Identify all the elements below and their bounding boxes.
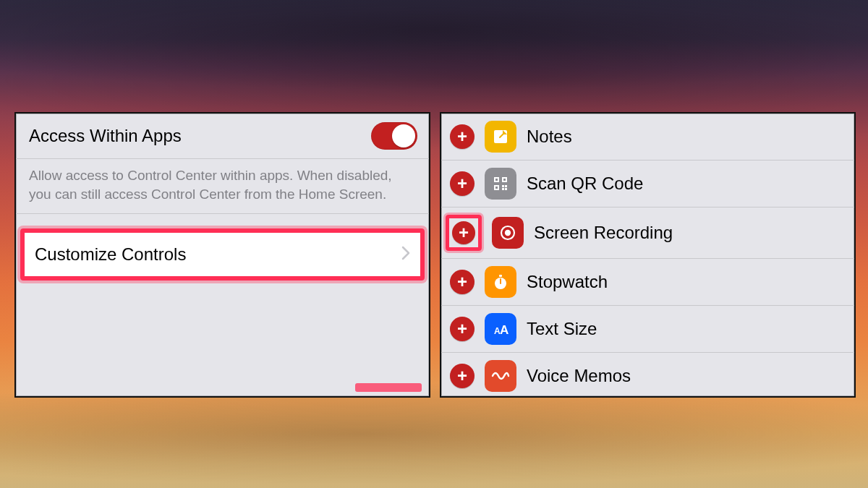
access-within-apps-row: Access Within Apps [16,114,429,159]
svg-rect-14 [499,275,502,277]
svg-rect-8 [505,185,507,187]
add-button[interactable] [450,171,475,196]
list-item-voice-memos[interactable]: Voice Memos [441,353,854,398]
add-button[interactable] [450,364,475,388]
list-item-scan-qr[interactable]: Scan QR Code [441,160,854,207]
customize-controls-label: Customize Controls [35,244,401,265]
chevron-right-icon [401,246,410,263]
stopwatch-icon [485,266,516,298]
access-within-apps-label: Access Within Apps [29,126,371,146]
add-button[interactable] [450,270,475,294]
svg-point-12 [505,230,511,236]
more-controls-list: Notes Scan QR Code [441,114,854,398]
list-item-screen-recording[interactable]: Screen Recording [441,207,854,259]
textsize-icon: AA [485,313,516,345]
svg-rect-7 [502,185,504,187]
settings-control-center-panel: Access Within Apps Allow access to Contr… [14,112,430,398]
add-button[interactable] [450,124,475,149]
svg-rect-4 [503,179,506,181]
access-within-apps-description: Allow access to Control Center within ap… [16,159,429,214]
list-item-text-size[interactable]: AA Text Size [441,306,854,353]
svg-rect-10 [505,188,507,190]
svg-rect-6 [495,187,498,189]
notes-icon [485,121,516,153]
highlight-artifact [355,383,422,392]
access-within-apps-toggle[interactable] [371,122,417,150]
svg-text:A: A [500,323,509,337]
list-item-notes[interactable]: Notes [441,114,854,160]
record-icon [492,217,524,249]
customize-controls-list-panel: Notes Scan QR Code [440,112,856,398]
highlight-add-screen-recording [446,215,482,251]
add-button[interactable] [452,221,475,244]
svg-rect-2 [495,179,498,181]
list-item-label: Voice Memos [527,366,631,386]
toggle-knob [392,124,415,147]
list-item-label: Notes [527,127,572,147]
customize-controls-row[interactable]: Customize Controls [25,233,420,276]
list-item-label: Screen Recording [534,223,673,243]
list-item-label: Scan QR Code [527,174,643,194]
highlight-customize-controls: Customize Controls [20,228,425,281]
svg-rect-9 [502,188,504,190]
list-item-label: Text Size [527,319,597,339]
add-button[interactable] [450,317,475,341]
list-item-stopwatch[interactable]: Stopwatch [441,259,854,306]
qr-icon [485,168,516,200]
list-item-label: Stopwatch [527,272,608,292]
voicememo-icon [485,360,516,392]
